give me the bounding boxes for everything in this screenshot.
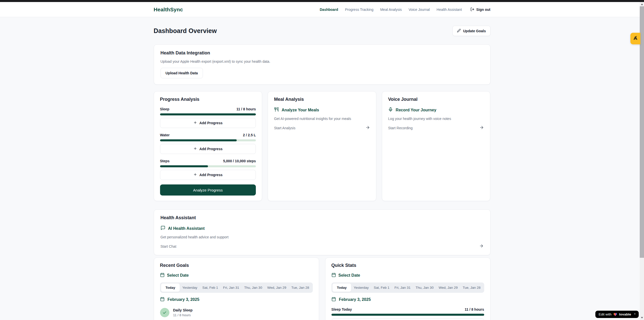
tab-wed-jan-29[interactable]: Wed, Jan 29 [265,283,289,292]
ai-health-assistant-label: AI Health Assistant [168,226,205,231]
start-analysis-action[interactable]: Start Analysis [274,125,370,131]
tab-tue-jan-28[interactable]: Tue, Jan 28 [460,283,483,292]
analyze-your-meals-link[interactable]: Analyze Your Meals [274,107,370,113]
nav-health-assistant[interactable]: Health Assistant [437,8,462,12]
tab-thu-jan-30[interactable]: Thu, Jan 30 [242,283,265,292]
tab-sat-feb-1[interactable]: Sat, Feb 1 [371,283,392,292]
plus-icon [193,147,197,151]
page-title: Dashboard Overview [154,27,217,35]
goal-sleep: Sleep 11 / 8 hours Add Progress [160,107,256,128]
voice-journal-card: Voice Journal Record Your Journey Log yo… [382,91,490,201]
main-nav: Dashboard Progress Tracking Meal Analysi… [320,7,490,12]
tab-wed-jan-29[interactable]: Wed, Jan 29 [436,283,460,292]
update-goals-button[interactable]: Update Goals [452,26,490,36]
recent-goals-title: Recent Goals [160,263,313,268]
tab-today[interactable]: Today [161,283,180,292]
recent-goals-select-date[interactable]: Select Date [160,273,313,278]
goal-label-water: Water [160,133,170,137]
health-assistant-description: Get personalized health advice and suppo… [161,235,484,239]
record-your-journey-link[interactable]: Record Your Journey [388,107,484,113]
progress-analysis-card: Progress Analysis Sleep 11 / 8 hours Add… [154,91,262,201]
integration-title: Health Data Integration [161,50,484,56]
recent-goals-card: Recent Goals Select Date Today Yesterday… [154,258,319,320]
tab-tue-jan-28[interactable]: Tue, Jan 28 [289,283,312,292]
scrollbar-down-arrow[interactable] [640,315,644,320]
analyze-progress-button[interactable]: Analyze Progress [160,184,256,196]
tab-today[interactable]: Today [332,283,351,292]
tab-yesterday[interactable]: Yesterday [180,283,200,292]
logout-icon [470,7,474,12]
meal-analysis-description: Get AI-powered nutritional insights for … [274,117,370,121]
add-progress-sleep-button[interactable]: Add Progress [160,118,256,128]
health-data-integration-card: Health Data Integration Upload your Appl… [154,44,490,85]
window-top-strip [0,0,644,2]
start-analysis-label: Start Analysis [274,126,295,130]
plus-icon [193,121,197,125]
quick-stats-add-progress-button[interactable]: Add Progress [331,318,484,320]
add-progress-label: Add Progress [199,121,223,125]
upload-health-data-button[interactable]: Upload Health Data [161,68,203,78]
goal-value-steps: 5,000 / 10,000 steps [223,159,256,163]
quick-stats-card: Quick Stats Select Date Today Yesterday … [325,258,490,320]
goal-value-sleep: 11 / 8 hours [236,107,256,111]
progress-analysis-title: Progress Analysis [160,97,256,102]
health-assistant-card: Health Assistant AI Health Assistant Get… [154,209,490,255]
quick-stats-select-date[interactable]: Select Date [331,273,484,278]
update-goals-label: Update Goals [463,29,486,33]
add-progress-label: Add Progress [199,147,223,151]
start-chat-label: Start Chat [161,244,176,248]
nav-voice-journal[interactable]: Voice Journal [409,8,430,12]
start-chat-action[interactable]: Start Chat [161,244,484,249]
page-scrollbar[interactable] [640,0,644,320]
steps-progress-bar [160,165,256,167]
utensils-icon [274,107,279,113]
add-progress-steps-button[interactable]: Add Progress [160,170,256,180]
select-date-label: Select Date [167,273,189,278]
ai-health-assistant-link[interactable]: AI Health Assistant [161,226,484,231]
edit-with-lovable-badge[interactable]: Edit with lovable × [595,311,639,318]
calendar-icon [331,297,336,302]
analyze-your-meals-label: Analyze Your Meals [282,108,319,112]
nav-meal-analysis[interactable]: Meal Analysis [380,8,402,12]
sleep-progress-bar [160,113,256,115]
meal-analysis-card: Meal Analysis Analyze Your Meals Get AI-… [268,91,376,201]
start-recording-action[interactable]: Start Recording [388,125,484,131]
selected-date-label: February 3, 2025 [339,297,371,302]
tab-fri-jan-31[interactable]: Fri, Jan 31 [221,283,242,292]
goal-item-name: Daily Sleep [173,308,193,312]
record-your-journey-label: Record Your Journey [396,108,436,112]
tab-fri-jan-31[interactable]: Fri, Jan 31 [392,283,413,292]
goal-label-steps: Steps [160,159,170,163]
chat-icon [161,226,165,231]
tab-thu-jan-30[interactable]: Thu, Jan 30 [413,283,436,292]
scrollbar-up-arrow[interactable] [640,2,644,6]
calendar-icon [160,297,165,302]
recent-goals-selected-date: February 3, 2025 [160,297,313,302]
plus-icon [193,173,197,177]
sign-out-button[interactable]: Sign out [470,7,490,12]
add-progress-label: Add Progress [199,173,223,177]
goal-label-sleep: Sleep [160,107,169,111]
quick-stats-date-tabs: Today Yesterday Sat, Feb 1 Fri, Jan 31 T… [331,282,484,293]
voice-journal-title: Voice Journal [388,97,484,102]
arrow-right-icon [479,125,484,131]
site-header: HealthSync Dashboard Progress Tracking M… [0,2,644,17]
mic-icon [388,107,393,113]
brand-logo[interactable]: HealthSync [154,7,183,13]
pencil-icon [457,29,461,33]
select-date-label: Select Date [339,273,360,278]
add-progress-water-button[interactable]: Add Progress [160,144,256,154]
edit-with-label: Edit with [599,312,611,316]
nav-progress-tracking[interactable]: Progress Tracking [345,8,374,12]
nav-dashboard[interactable]: Dashboard [320,8,338,12]
close-icon[interactable]: × [634,312,636,315]
quick-stats-title: Quick Stats [331,263,484,268]
tab-yesterday[interactable]: Yesterday [351,283,371,292]
lovable-label: lovable [619,312,631,316]
tab-sat-feb-1[interactable]: Sat, Feb 1 [200,283,221,292]
arrow-right-icon [365,125,370,131]
lovable-logo-icon [633,36,638,42]
start-recording-label: Start Recording [388,126,413,130]
lovable-edit-fab[interactable] [630,33,640,44]
calendar-icon [160,273,165,278]
